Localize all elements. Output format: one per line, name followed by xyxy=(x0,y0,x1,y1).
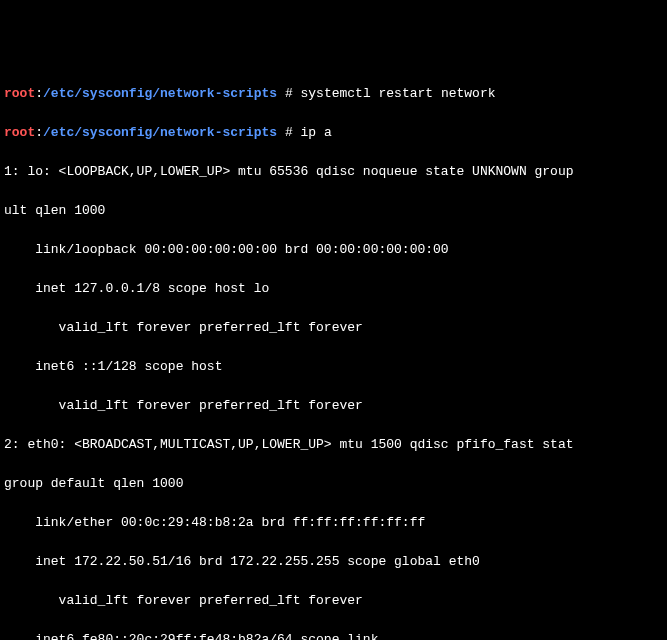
output-line: valid_lft forever preferred_lft forever xyxy=(4,591,663,611)
output-line: 2: eth0: <BROADCAST,MULTICAST,UP,LOWER_U… xyxy=(4,435,663,455)
command-2: ip a xyxy=(300,125,331,140)
output-line: valid_lft forever preferred_lft forever xyxy=(4,318,663,338)
prompt-path: /etc/sysconfig/network-scripts xyxy=(43,86,277,101)
prompt-user: root xyxy=(4,86,35,101)
output-line: group default qlen 1000 xyxy=(4,474,663,494)
prompt-user: root xyxy=(4,125,35,140)
prompt-line-1: root:/etc/sysconfig/network-scripts # sy… xyxy=(4,84,663,104)
prompt-hash: # xyxy=(277,86,300,101)
output-line: inet6 fe80::20c:29ff:fe48:b82a/64 scope … xyxy=(4,630,663,640)
output-line: link/loopback 00:00:00:00:00:00 brd 00:0… xyxy=(4,240,663,260)
output-line: ult qlen 1000 xyxy=(4,201,663,221)
command-1: systemctl restart network xyxy=(300,86,495,101)
output-line: inet6 ::1/128 scope host xyxy=(4,357,663,377)
prompt-line-2: root:/etc/sysconfig/network-scripts # ip… xyxy=(4,123,663,143)
output-line: inet 127.0.0.1/8 scope host lo xyxy=(4,279,663,299)
output-line: 1: lo: <LOOPBACK,UP,LOWER_UP> mtu 65536 … xyxy=(4,162,663,182)
output-line: inet 172.22.50.51/16 brd 172.22.255.255 … xyxy=(4,552,663,572)
output-line: valid_lft forever preferred_lft forever xyxy=(4,396,663,416)
prompt-path: /etc/sysconfig/network-scripts xyxy=(43,125,277,140)
prompt-sep: : xyxy=(35,86,43,101)
prompt-sep: : xyxy=(35,125,43,140)
prompt-hash: # xyxy=(277,125,300,140)
output-line: link/ether 00:0c:29:48:b8:2a brd ff:ff:f… xyxy=(4,513,663,533)
